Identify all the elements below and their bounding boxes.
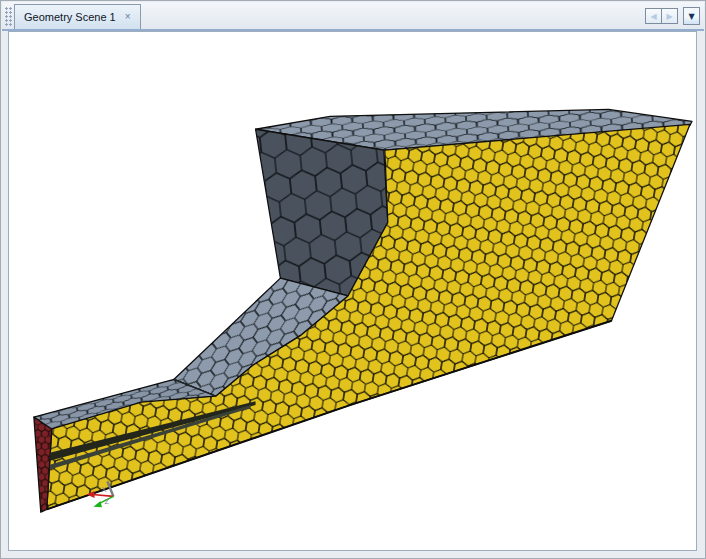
tab-scroll-right-button[interactable]: ▶ — [661, 8, 678, 24]
drag-grip-icon[interactable] — [5, 7, 13, 27]
axis-y-arrowhead — [94, 501, 102, 507]
axis-z-label: Z — [104, 497, 109, 506]
tab-close-icon[interactable]: × — [125, 12, 131, 22]
axis-x-label: X — [101, 485, 106, 494]
scene-viewport[interactable]: X Z — [8, 31, 697, 551]
mesh-scene-canvas[interactable]: X Z — [9, 32, 696, 550]
tab-bar: Geometry Scene 1 × ◀ ▶ ▼ — [2, 2, 704, 31]
tab-list-dropdown-button[interactable]: ▼ — [683, 7, 700, 25]
chevron-left-icon: ◀ — [650, 12, 656, 21]
tab-label: Geometry Scene 1 — [24, 11, 116, 23]
chevron-down-icon: ▼ — [688, 12, 694, 21]
axis-x-arrow — [93, 494, 114, 496]
tab-geometry-scene-1[interactable]: Geometry Scene 1 × — [14, 4, 141, 29]
tab-scroll-left-button[interactable]: ◀ — [645, 8, 662, 24]
chevron-right-icon: ▶ — [666, 12, 672, 21]
app-window: Geometry Scene 1 × ◀ ▶ ▼ — [0, 0, 706, 559]
tab-nav-controls: ◀ ▶ ▼ — [645, 7, 700, 25]
